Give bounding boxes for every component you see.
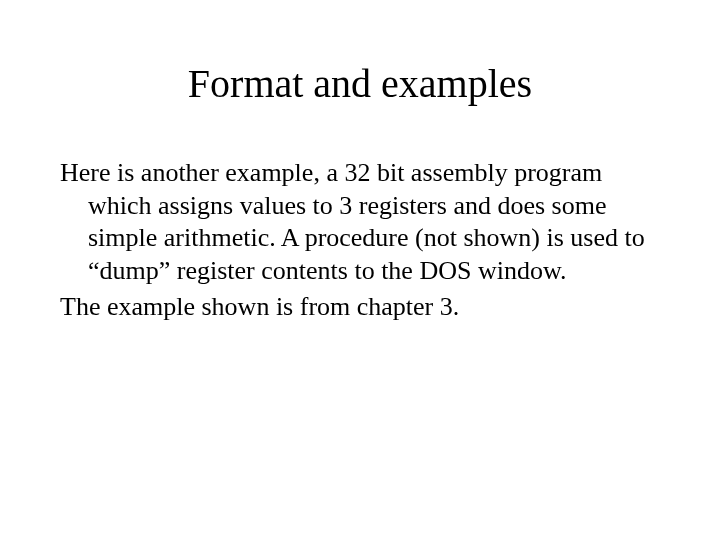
slide-body: Here is another example, a 32 bit assemb… (0, 107, 720, 324)
paragraph-2: The example shown is from chapter 3. (60, 291, 660, 324)
slide: Format and examples Here is another exam… (0, 0, 720, 540)
paragraph-1: Here is another example, a 32 bit assemb… (60, 157, 660, 287)
slide-title: Format and examples (0, 0, 720, 107)
